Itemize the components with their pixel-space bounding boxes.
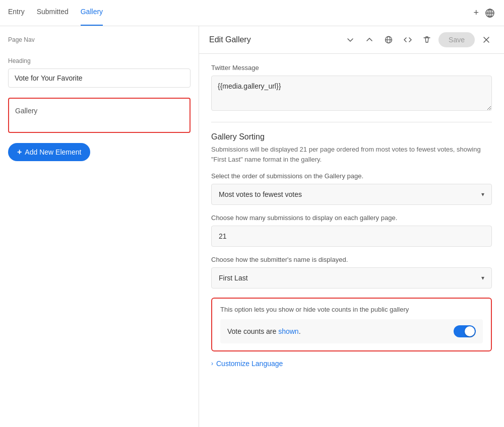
twitter-label: Twitter Message <box>211 64 492 72</box>
name-format-select[interactable]: First Last ▾ <box>211 267 492 289</box>
order-select-value: Most votes to fewest votes <box>219 190 302 198</box>
twitter-textarea[interactable]: {{media.gallery_url}} <box>211 76 492 111</box>
page-nav-section: Page Nav <box>8 36 191 47</box>
vote-label-highlight: shown <box>278 327 298 335</box>
trash-icon[interactable] <box>419 32 434 47</box>
heading-label: Heading <box>8 57 191 64</box>
gallery-element-box: Gallery <box>8 98 191 133</box>
header-icons: Save <box>343 32 494 47</box>
content-area: Twitter Message {{media.gallery_url}} Ga… <box>199 54 504 378</box>
vote-counts-box: This option lets you show or hide vote c… <box>211 298 492 351</box>
name-format-label: Choose how the submitter's name is displ… <box>211 256 492 263</box>
close-button[interactable] <box>479 32 494 47</box>
vote-counts-toggle[interactable] <box>454 325 476 337</box>
tab-entry[interactable]: Entry <box>8 0 25 26</box>
name-format-value: First Last <box>219 274 248 282</box>
right-panel: Edit Gallery <box>199 26 504 427</box>
customize-language-link[interactable]: › Customize Language <box>211 360 492 368</box>
heading-input[interactable] <box>8 68 191 88</box>
tab-submitted[interactable]: Submitted <box>37 0 69 26</box>
order-chevron-down-icon: ▾ <box>481 191 484 198</box>
gallery-sorting-desc: Submissions will be displayed 21 per pag… <box>211 145 492 164</box>
divider <box>211 122 492 122</box>
edit-gallery-title: Edit Gallery <box>209 35 339 44</box>
per-page-label: Choose how many submissions to display o… <box>211 214 492 222</box>
per-page-field: Choose how many submissions to display o… <box>211 214 492 247</box>
chevron-up-icon[interactable] <box>362 32 377 47</box>
globe-icon[interactable] <box>484 7 496 19</box>
per-page-input[interactable] <box>211 226 492 247</box>
twitter-message-field: Twitter Message {{media.gallery_url}} <box>211 64 492 113</box>
top-navigation: Entry Submitted Gallery + <box>0 0 504 26</box>
gallery-sorting-title: Gallery Sorting <box>211 132 492 141</box>
customize-chevron-right-icon: › <box>211 360 213 367</box>
customize-label: Customize Language <box>216 360 283 368</box>
add-tab-button[interactable]: + <box>473 8 479 18</box>
gallery-sorting-section: Gallery Sorting Submissions will be disp… <box>211 132 492 368</box>
order-label: Select the order of submissions on the G… <box>211 172 492 180</box>
vote-hint: This option lets you show or hide vote c… <box>220 306 483 313</box>
edit-gallery-header: Edit Gallery <box>199 26 504 54</box>
heading-section: Heading <box>8 57 191 88</box>
save-button[interactable]: Save <box>438 32 475 47</box>
order-select[interactable]: Most votes to fewest votes ▾ <box>211 184 492 205</box>
order-field: Select the order of submissions on the G… <box>211 172 492 205</box>
page-nav-label: Page Nav <box>8 36 191 43</box>
add-button-label: Add New Element <box>25 148 81 156</box>
name-format-field: Choose how the submitter's name is displ… <box>211 256 492 289</box>
vote-label: Vote counts are shown. <box>227 327 301 335</box>
vote-toggle-row: Vote counts are shown. <box>220 319 483 343</box>
chevron-down-icon[interactable] <box>343 32 358 47</box>
left-panel: Page Nav Heading Gallery + Add New Eleme… <box>0 26 199 427</box>
name-format-chevron-down-icon: ▾ <box>481 274 484 281</box>
globe-settings-icon[interactable] <box>381 32 396 47</box>
add-new-element-button[interactable]: + Add New Element <box>8 143 90 161</box>
tab-gallery[interactable]: Gallery <box>81 0 103 26</box>
add-icon: + <box>17 148 22 157</box>
code-icon[interactable] <box>400 32 415 47</box>
tab-actions: + <box>473 7 496 19</box>
gallery-box-label: Gallery <box>15 107 37 115</box>
